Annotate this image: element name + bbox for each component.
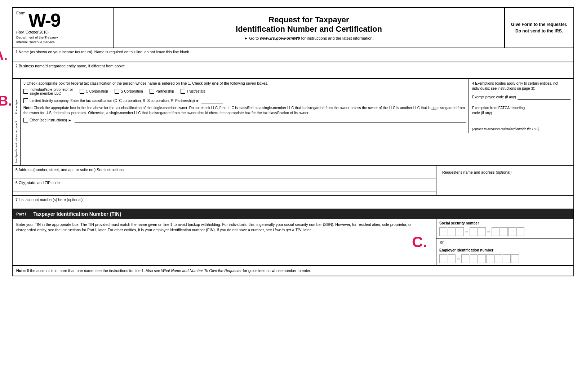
part1-title: Taxpayer Identification Number (TIN) <box>34 211 121 217</box>
form-label: Form <box>16 11 26 15</box>
ssn-cell-6[interactable] <box>492 227 500 236</box>
go-to-url: www.irs.gov/FormW9 <box>260 36 300 40</box>
dept-line1: Department of the Treasury <box>16 35 109 40</box>
form-header: Form W-9 (Rev. October 2018) Department … <box>13 8 573 48</box>
checkbox-c-corp: C Corporation <box>80 89 108 94</box>
ssn-seg1 <box>439 227 464 236</box>
part1-label: Part I <box>16 212 26 216</box>
sidebar-text1: Print or type. <box>15 99 18 114</box>
exempt-payee-field[interactable] <box>518 95 571 100</box>
line1-row: 1 Name (as shown on your income tax retu… <box>13 48 573 62</box>
checkbox-llc-box[interactable] <box>23 98 28 103</box>
exempt-section: Exempt payee code (if any) Exemption fro… <box>472 95 571 132</box>
line2-row: 2 Business name/disregarded entity name,… <box>13 62 573 79</box>
ein-cell-8[interactable] <box>503 254 511 263</box>
fatca-line2: code (if any) <box>472 111 571 116</box>
checkbox-trust-box[interactable] <box>181 89 185 94</box>
other-input-field[interactable] <box>75 118 466 123</box>
checkbox-partnership-label: Partnership <box>156 89 174 93</box>
part1-section: Part I Taxpayer Identification Number (T… <box>13 209 573 276</box>
part1-text-area: Enter your TIN in the appropriate box. T… <box>13 219 436 265</box>
llc-input-field[interactable] <box>201 98 223 103</box>
requester-area: Requester's name and address (optional) <box>436 166 573 195</box>
checkbox-partnership-box[interactable] <box>150 89 154 94</box>
or-text: or <box>436 239 573 246</box>
ein-cell-4[interactable] <box>470 254 478 263</box>
ein-cell-2[interactable] <box>448 254 456 263</box>
exemptions-panel: 4 Exemptions (codes apply only to certai… <box>469 79 573 134</box>
ein-dash: – <box>456 256 461 262</box>
bottom-note: Note: If the account is in more than one… <box>13 266 573 276</box>
ein-cell-7[interactable] <box>494 254 502 263</box>
checkbox-s-corp: S Corporation <box>115 89 143 94</box>
ssn-label: Social security number <box>439 221 571 225</box>
checkbox-c-corp-box[interactable] <box>80 89 84 94</box>
part1-header: Part I Taxpayer Identification Number (T… <box>13 209 573 219</box>
checkbox-partnership: Partnership <box>150 89 174 94</box>
ein-seg1 <box>439 254 456 263</box>
ssn-cell-7[interactable] <box>500 227 508 236</box>
note-text: Note: Check the appropriate box in the l… <box>23 106 466 116</box>
ein-seg2 <box>461 254 519 263</box>
ssn-seg3 <box>492 227 524 236</box>
part1-paragraph: Enter your TIN in the appropriate box. T… <box>16 222 432 233</box>
checkbox-other-box[interactable] <box>23 118 28 122</box>
note-label: Note: <box>23 106 33 110</box>
sidebar-rotated: Print or type. See Specific Instructions… <box>13 79 20 165</box>
checkbox-trust-label: Trust/estate <box>187 89 205 93</box>
checkbox-trust: Trust/estate <box>181 89 205 94</box>
checkbox-c-corp-label: C Corporation <box>86 89 108 93</box>
ssn-cell-3[interactable] <box>456 227 464 236</box>
ein-box: Employer identification number – <box>436 246 573 265</box>
ein-cell-6[interactable] <box>486 254 494 263</box>
part1-text-italic: How to get a TIN <box>273 228 301 232</box>
fatca-label: Exemption from FATCA reporting code (if … <box>472 106 571 116</box>
line2-label: 2 Business name/disregarded entity name,… <box>15 64 571 68</box>
checkbox-s-corp-label: S Corporation <box>121 89 143 93</box>
applies-note: (Applies to accounts maintained outside … <box>472 127 571 132</box>
checkbox-individual: Individual/sole proprietor orsingle-memb… <box>23 88 73 95</box>
part1-text-main: Enter your TIN in the appropriate box. T… <box>16 222 412 232</box>
ssn-cell-2[interactable] <box>448 227 456 236</box>
checkbox-s-corp-box[interactable] <box>115 89 119 94</box>
line5-label: 5 Address (number, street, and apt. or s… <box>15 168 125 172</box>
header-left: Form W-9 (Rev. October 2018) Department … <box>13 8 114 48</box>
part1-body: Enter your TIN in the appropriate box. T… <box>13 219 573 266</box>
checkbox-individual-box[interactable] <box>23 89 28 94</box>
section3-row: 3 Check appropriate box for federal tax … <box>21 79 573 134</box>
form-w9: Form W-9 (Rev. October 2018) Department … <box>12 7 574 276</box>
annotation-a: A. <box>0 47 8 63</box>
ssn-cell-5[interactable] <box>478 227 486 236</box>
llc-row: Limited liability company. Enter the tax… <box>23 98 466 103</box>
annotation-c: C. <box>412 233 427 251</box>
fatca-code-field[interactable] <box>474 119 571 124</box>
bottom-note-italic: What Name and Number To Give the Request… <box>161 268 242 273</box>
llc-row-wrapper: B. Limited liability company. Enter the … <box>23 98 466 103</box>
exempt-payee-line: Exempt payee code (if any) <box>472 95 571 100</box>
annotation-b: B. <box>0 93 12 108</box>
go-to-prefix: ► Go to <box>244 36 260 40</box>
ein-label: Employer identification number <box>439 248 571 252</box>
ein-cell-5[interactable] <box>478 254 486 263</box>
ssn-cell-1[interactable] <box>439 227 447 236</box>
ssn-dash-2: – <box>486 229 492 235</box>
section3-wrapper: Print or type. See Specific Instructions… <box>13 79 573 166</box>
sidebar-text2: See Specific Instructions on page 3 <box>15 121 18 163</box>
checkboxes-row: Individual/sole proprietor orsingle-memb… <box>23 88 466 95</box>
ssn-cell-8[interactable] <box>508 227 516 236</box>
ssn-cell-9[interactable] <box>516 227 524 236</box>
other-row: Other (see instructions) ► <box>23 118 466 123</box>
line1-label: 1 Name (as shown on your income tax retu… <box>15 50 571 54</box>
ein-cell-3[interactable] <box>461 254 469 263</box>
dept-line2: Internal Revenue Service <box>16 40 109 44</box>
line6-row: 6 City, state, and ZIP code <box>13 179 436 192</box>
form-w9-title: W-9 <box>28 11 60 30</box>
form-number-area: Form W-9 <box>16 11 109 30</box>
checkbox-individual-label: Individual/sole proprietor orsingle-memb… <box>30 88 73 95</box>
ein-cell-1[interactable] <box>439 254 447 263</box>
line7-row: 7 List account number(s) here (optional) <box>13 196 573 209</box>
ein-cell-9[interactable] <box>511 254 519 263</box>
ssn-cell-4[interactable] <box>470 227 478 236</box>
fatca-line1: Exemption from FATCA reporting <box>472 106 571 111</box>
line3-label-prefix: 3 Check appropriate box for federal tax … <box>23 81 212 85</box>
